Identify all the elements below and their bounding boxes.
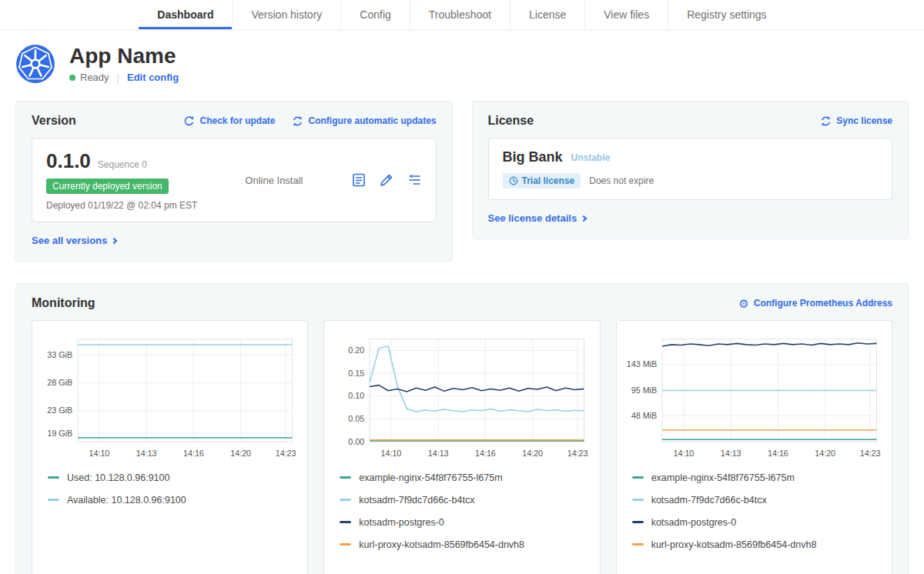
version-card-header: Version Check for update [32,114,437,128]
tab-config[interactable]: Config [340,0,409,29]
monitoring-card: Monitoring ⚙ Configure Prometheus Addres… [15,283,909,574]
legend-label: kurl-proxy-kotsadm-8569fb6454-dnvh8 [651,539,817,550]
svg-text:48 MiB: 48 MiB [631,411,657,420]
trial-license-label: Trial license [522,175,575,186]
version-card-actions: Check for update Configure automatic upd… [183,115,436,127]
legend-swatch [632,521,644,523]
svg-text:14:10: 14:10 [381,449,402,458]
license-detail-row: Trial license Does not expire [503,173,879,189]
tab-license[interactable]: License [510,0,584,29]
cards-row: Version Check for update [15,101,909,262]
memory-usage-chart: 48 MiB95 MiB143 MiB14:1014:1314:1614:201… [626,332,882,462]
svg-text:14:20: 14:20 [230,449,251,458]
disk-usage-legend: Used: 10.128.0.96:9100Available: 10.128.… [42,472,298,517]
legend-item: Available: 10.128.0.96:9100 [48,495,298,506]
memory-usage-panel: 48 MiB95 MiB143 MiB14:1014:1314:1614:201… [616,320,892,574]
configure-automatic-updates-link[interactable]: Configure automatic updates [292,115,436,127]
legend-swatch [340,499,351,501]
top-navigation: Dashboard Version history Config Trouble… [0,0,924,30]
version-info: 0.1.0 Sequence 0 Currently deployed vers… [46,149,197,211]
legend-item: kotsadm-postgres-0 [632,517,882,528]
legend-item: example-nginx-54f8f76755-l675m [340,472,590,483]
disk-usage-chart: 19 GiB23 GiB28 GiB33 GiB14:1014:1314:161… [42,332,298,462]
cpu-usage-chart: 0.000.050.100.150.2014:1014:1314:1614:20… [333,332,590,462]
check-for-update-label: Check for update [199,115,275,126]
see-all-versions-link[interactable]: See all versions [32,235,116,246]
license-card: License Sync license Big Bank Unstable [472,101,909,239]
edit-config-link[interactable]: Edit config [127,72,179,83]
clock-icon [509,176,518,185]
svg-text:14:10: 14:10 [89,449,109,458]
tab-registry-settings[interactable]: Registry settings [668,0,785,29]
edit-config-icon[interactable] [379,172,394,188]
legend-item: kotsadm-7f9dc7d66c-b4tcx [632,495,882,506]
svg-text:14:13: 14:13 [720,449,741,458]
disk-usage-panel: 19 GiB23 GiB28 GiB33 GiB14:1014:1314:161… [32,320,308,574]
svg-text:14:13: 14:13 [136,449,157,458]
version-sequence: Sequence 0 [98,159,147,170]
svg-text:19 GiB: 19 GiB [47,429,72,438]
svg-text:0.00: 0.00 [349,437,365,446]
legend-label: Available: 10.128.0.96:9100 [67,495,186,506]
kubernetes-logo-icon [15,44,55,84]
tab-view-files[interactable]: View files [584,0,668,29]
app-header: App Name Ready | Edit config [15,44,909,84]
monitoring-charts-row: 19 GiB23 GiB28 GiB33 GiB14:1014:1314:161… [32,320,892,574]
svg-text:0.05: 0.05 [349,414,365,423]
tab-version-history[interactable]: Version history [232,0,340,29]
page-content: App Name Ready | Edit config Version [15,44,909,574]
cpu-usage-legend: example-nginx-54f8f76755-l675mkotsadm-7f… [333,472,590,562]
release-notes-icon[interactable] [351,172,367,188]
auto-update-cycle-icon [292,115,303,127]
see-license-details-label: See license details [488,212,578,224]
app-header-text: App Name Ready | Edit config [69,45,179,84]
svg-text:28 GiB: 28 GiB [47,378,72,387]
svg-text:0.15: 0.15 [349,369,365,378]
legend-item: kurl-proxy-kotsadm-8569fb6454-dnvh8 [340,539,590,550]
diff-versions-icon[interactable] [407,172,422,188]
legend-label: kotsadm-postgres-0 [651,517,736,528]
license-expiration: Does not expire [589,175,654,186]
license-card-title: License [488,114,534,128]
svg-text:14:13: 14:13 [428,449,449,458]
legend-swatch [340,476,351,479]
legend-item: kotsadm-postgres-0 [340,517,590,528]
monitoring-header: Monitoring ⚙ Configure Prometheus Addres… [32,296,892,310]
svg-text:14:16: 14:16 [475,449,496,458]
app-status: Ready [80,72,109,83]
legend-label: example-nginx-54f8f76755-l675m [651,472,795,483]
customer-name: Big Bank [503,149,563,165]
refresh-icon [183,115,195,127]
svg-text:14:23: 14:23 [567,449,588,458]
sync-license-label: Sync license [836,115,892,126]
sync-license-link[interactable]: Sync license [820,115,892,127]
svg-text:14:23: 14:23 [859,449,880,458]
legend-label: kotsadm-7f9dc7d66c-b4tcx [651,495,767,506]
chart-title: CPU Usage [333,562,590,574]
tab-troubleshoot[interactable]: Troubleshoot [410,0,510,29]
svg-text:14:20: 14:20 [815,449,835,458]
legend-label: example-nginx-54f8f76755-l675m [359,472,502,483]
svg-text:14:16: 14:16 [183,449,204,458]
gear-icon: ⚙ [738,298,748,309]
check-for-update-link[interactable]: Check for update [183,115,275,127]
legend-swatch [632,499,644,501]
svg-text:95 MiB: 95 MiB [631,385,657,395]
license-box: Big Bank Unstable Trial license Does not… [488,138,893,200]
legend-item: kotsadm-7f9dc7d66c-b4tcx [340,495,590,506]
monitoring-title: Monitoring [32,296,95,310]
tab-dashboard[interactable]: Dashboard [139,0,232,29]
legend-swatch [48,476,59,479]
configure-prometheus-link[interactable]: ⚙ Configure Prometheus Address [738,298,892,309]
legend-label: kotsadm-7f9dc7d66c-b4tcx [359,495,474,506]
license-name-row: Big Bank Unstable [503,149,879,165]
sync-icon [820,115,832,127]
cpu-usage-panel: 0.000.050.100.150.2014:1014:1314:1614:20… [323,320,600,574]
legend-label: kotsadm-postgres-0 [359,517,444,528]
divider: | [117,72,119,83]
deployed-timestamp: Deployed 01/19/22 @ 02:04 pm EST [46,200,197,211]
version-number: 0.1.0 [46,149,91,173]
version-number-row: 0.1.0 Sequence 0 [46,149,197,173]
see-license-details-link[interactable]: See license details [488,212,587,224]
configure-automatic-updates-label: Configure automatic updates [308,115,436,126]
